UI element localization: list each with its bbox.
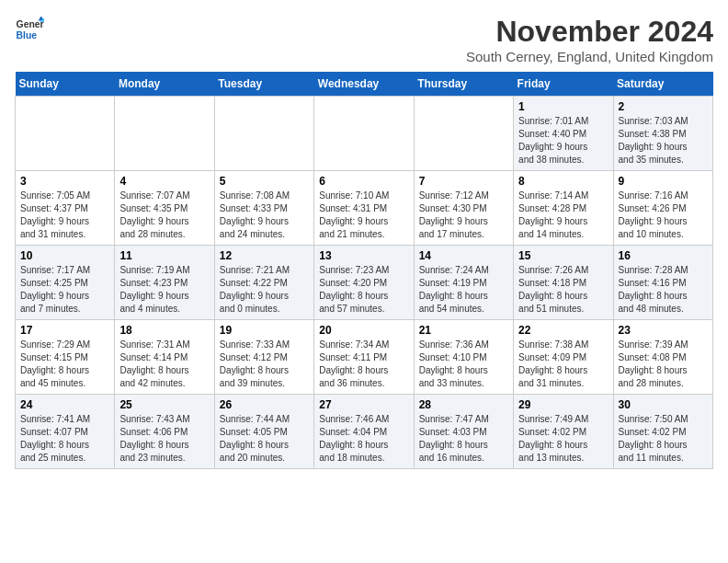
day-info: Sunrise: 7:44 AM Sunset: 4:05 PM Dayligh… (220, 413, 309, 465)
day-cell: 29Sunrise: 7:49 AM Sunset: 4:02 PM Dayli… (514, 395, 613, 469)
day-number: 24 (20, 398, 109, 411)
day-cell (16, 97, 115, 171)
day-info: Sunrise: 7:17 AM Sunset: 4:25 PM Dayligh… (20, 264, 109, 316)
day-info: Sunrise: 7:46 AM Sunset: 4:04 PM Dayligh… (319, 413, 408, 465)
day-cell: 21Sunrise: 7:36 AM Sunset: 4:10 PM Dayli… (414, 320, 513, 395)
title-area: November 2024 South Cerney, England, Uni… (466, 15, 713, 64)
day-cell (214, 97, 313, 171)
day-number: 28 (419, 398, 508, 411)
day-cell: 8Sunrise: 7:14 AM Sunset: 4:28 PM Daylig… (514, 171, 613, 246)
day-number: 26 (220, 398, 309, 411)
week-row-4: 17Sunrise: 7:29 AM Sunset: 4:15 PM Dayli… (16, 320, 713, 395)
day-cell (115, 97, 214, 171)
day-number: 2 (619, 100, 708, 113)
day-info: Sunrise: 7:33 AM Sunset: 4:12 PM Dayligh… (220, 339, 309, 390)
header-thursday: Thursday (414, 72, 513, 97)
week-row-1: 1Sunrise: 7:01 AM Sunset: 4:40 PM Daylig… (16, 97, 713, 171)
svg-text:Blue: Blue (17, 30, 38, 40)
day-info: Sunrise: 7:19 AM Sunset: 4:23 PM Dayligh… (119, 264, 209, 316)
day-number: 27 (319, 398, 408, 411)
calendar-table: Sunday Monday Tuesday Wednesday Thursday… (15, 72, 713, 469)
day-number: 5 (220, 175, 309, 188)
day-info: Sunrise: 7:24 AM Sunset: 4:19 PM Dayligh… (419, 264, 508, 316)
day-number: 9 (619, 175, 708, 188)
week-row-3: 10Sunrise: 7:17 AM Sunset: 4:25 PM Dayli… (16, 246, 713, 320)
week-row-5: 24Sunrise: 7:41 AM Sunset: 4:07 PM Dayli… (16, 395, 713, 469)
day-cell: 1Sunrise: 7:01 AM Sunset: 4:40 PM Daylig… (514, 97, 613, 171)
day-number: 30 (619, 398, 708, 411)
day-info: Sunrise: 7:50 AM Sunset: 4:02 PM Dayligh… (619, 413, 708, 465)
day-info: Sunrise: 7:23 AM Sunset: 4:20 PM Dayligh… (319, 264, 408, 316)
day-info: Sunrise: 7:43 AM Sunset: 4:06 PM Dayligh… (119, 413, 209, 465)
day-cell: 4Sunrise: 7:07 AM Sunset: 4:35 PM Daylig… (115, 171, 214, 246)
day-number: 18 (119, 324, 209, 337)
day-number: 13 (319, 249, 408, 262)
day-cell: 20Sunrise: 7:34 AM Sunset: 4:11 PM Dayli… (314, 320, 414, 395)
day-number: 10 (20, 249, 109, 262)
day-info: Sunrise: 7:01 AM Sunset: 4:40 PM Dayligh… (518, 115, 608, 167)
day-number: 7 (419, 175, 508, 188)
header-tuesday: Tuesday (214, 72, 313, 97)
day-info: Sunrise: 7:31 AM Sunset: 4:14 PM Dayligh… (119, 339, 209, 390)
logo: General Blue (15, 15, 44, 44)
day-info: Sunrise: 7:05 AM Sunset: 4:37 PM Dayligh… (20, 190, 109, 241)
day-info: Sunrise: 7:29 AM Sunset: 4:15 PM Dayligh… (20, 339, 109, 390)
page-title: November 2024 (466, 15, 713, 49)
day-cell: 12Sunrise: 7:21 AM Sunset: 4:22 PM Dayli… (214, 246, 313, 320)
day-info: Sunrise: 7:38 AM Sunset: 4:09 PM Dayligh… (518, 339, 608, 390)
day-cell: 16Sunrise: 7:28 AM Sunset: 4:16 PM Dayli… (613, 246, 712, 320)
header-friday: Friday (514, 72, 613, 97)
day-number: 6 (319, 175, 408, 188)
day-cell: 3Sunrise: 7:05 AM Sunset: 4:37 PM Daylig… (16, 171, 115, 246)
day-cell: 5Sunrise: 7:08 AM Sunset: 4:33 PM Daylig… (214, 171, 313, 246)
day-number: 14 (419, 249, 508, 262)
day-number: 23 (619, 324, 708, 337)
day-cell: 6Sunrise: 7:10 AM Sunset: 4:31 PM Daylig… (314, 171, 414, 246)
day-cell: 14Sunrise: 7:24 AM Sunset: 4:19 PM Dayli… (414, 246, 513, 320)
day-number: 29 (518, 398, 608, 411)
day-cell: 10Sunrise: 7:17 AM Sunset: 4:25 PM Dayli… (16, 246, 115, 320)
day-cell: 27Sunrise: 7:46 AM Sunset: 4:04 PM Dayli… (314, 395, 414, 469)
day-cell: 23Sunrise: 7:39 AM Sunset: 4:08 PM Dayli… (613, 320, 712, 395)
page-header: General Blue November 2024 South Cerney,… (15, 15, 713, 64)
day-info: Sunrise: 7:08 AM Sunset: 4:33 PM Dayligh… (220, 190, 309, 241)
day-info: Sunrise: 7:28 AM Sunset: 4:16 PM Dayligh… (619, 264, 708, 316)
day-number: 15 (518, 249, 608, 262)
svg-text:General: General (17, 19, 44, 29)
day-number: 8 (518, 175, 608, 188)
day-number: 12 (220, 249, 309, 262)
day-info: Sunrise: 7:03 AM Sunset: 4:38 PM Dayligh… (619, 115, 708, 167)
day-cell: 2Sunrise: 7:03 AM Sunset: 4:38 PM Daylig… (613, 97, 712, 171)
week-row-2: 3Sunrise: 7:05 AM Sunset: 4:37 PM Daylig… (16, 171, 713, 246)
day-cell: 28Sunrise: 7:47 AM Sunset: 4:03 PM Dayli… (414, 395, 513, 469)
day-info: Sunrise: 7:10 AM Sunset: 4:31 PM Dayligh… (319, 190, 408, 241)
day-number: 20 (319, 324, 408, 337)
day-cell: 24Sunrise: 7:41 AM Sunset: 4:07 PM Dayli… (16, 395, 115, 469)
day-cell: 7Sunrise: 7:12 AM Sunset: 4:30 PM Daylig… (414, 171, 513, 246)
day-info: Sunrise: 7:12 AM Sunset: 4:30 PM Dayligh… (419, 190, 508, 241)
day-cell (314, 97, 414, 171)
header-wednesday: Wednesday (314, 72, 414, 97)
day-cell: 9Sunrise: 7:16 AM Sunset: 4:26 PM Daylig… (613, 171, 712, 246)
day-cell: 25Sunrise: 7:43 AM Sunset: 4:06 PM Dayli… (115, 395, 214, 469)
day-info: Sunrise: 7:16 AM Sunset: 4:26 PM Dayligh… (619, 190, 708, 241)
day-number: 3 (20, 175, 109, 188)
day-info: Sunrise: 7:34 AM Sunset: 4:11 PM Dayligh… (319, 339, 408, 390)
header-monday: Monday (115, 72, 214, 97)
day-number: 21 (419, 324, 508, 337)
day-number: 17 (20, 324, 109, 337)
header-sunday: Sunday (16, 72, 115, 97)
day-info: Sunrise: 7:21 AM Sunset: 4:22 PM Dayligh… (220, 264, 309, 316)
day-cell: 26Sunrise: 7:44 AM Sunset: 4:05 PM Dayli… (214, 395, 313, 469)
day-info: Sunrise: 7:07 AM Sunset: 4:35 PM Dayligh… (119, 190, 209, 241)
day-number: 4 (119, 175, 209, 188)
day-number: 19 (220, 324, 309, 337)
day-cell (414, 97, 513, 171)
day-cell: 22Sunrise: 7:38 AM Sunset: 4:09 PM Dayli… (514, 320, 613, 395)
day-cell: 17Sunrise: 7:29 AM Sunset: 4:15 PM Dayli… (16, 320, 115, 395)
day-number: 1 (518, 100, 608, 113)
header-row: Sunday Monday Tuesday Wednesday Thursday… (16, 72, 713, 97)
day-info: Sunrise: 7:47 AM Sunset: 4:03 PM Dayligh… (419, 413, 508, 465)
day-info: Sunrise: 7:14 AM Sunset: 4:28 PM Dayligh… (518, 190, 608, 241)
page-subtitle: South Cerney, England, United Kingdom (466, 49, 713, 64)
